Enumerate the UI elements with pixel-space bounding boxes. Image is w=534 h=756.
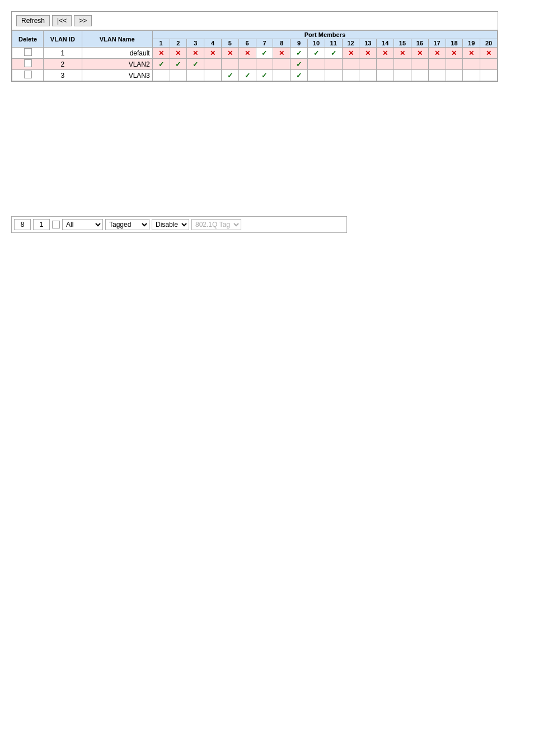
port-cell[interactable] — [273, 70, 291, 81]
port-cell[interactable]: ✕ — [446, 48, 463, 59]
port-cell[interactable] — [308, 59, 325, 70]
port-cell[interactable] — [308, 70, 325, 81]
delete-checkbox[interactable] — [24, 71, 32, 78]
port-cell[interactable] — [187, 70, 204, 81]
port-cell[interactable]: ✓ — [187, 59, 204, 70]
col-header-port-3: 3 — [187, 39, 204, 48]
prev-button[interactable]: |<< — [52, 15, 72, 26]
port-cell[interactable] — [256, 59, 273, 70]
vlan-name-cell: VLAN2 — [82, 59, 152, 70]
delete-checkbox-cell — [12, 70, 44, 81]
port-cell[interactable] — [359, 59, 377, 70]
port-cell[interactable] — [170, 70, 187, 81]
vlan-id-field: 1 — [33, 219, 50, 230]
dot1q-select[interactable]: 802.1Q TagNone — [191, 219, 241, 230]
refresh-button[interactable]: Refresh — [16, 15, 50, 26]
vlan-id-cell: 1 — [44, 48, 82, 59]
port-cell[interactable]: ✓ — [291, 70, 308, 81]
port-cell[interactable] — [428, 70, 446, 81]
port-cell[interactable] — [377, 70, 394, 81]
port-cell[interactable]: ✕ — [411, 48, 428, 59]
col-header-port-14: 14 — [377, 39, 394, 48]
col-header-vlanname: VLAN Name — [82, 31, 152, 48]
port-cell[interactable] — [411, 70, 428, 81]
port-cell[interactable]: ✓ — [256, 70, 273, 81]
port-cell[interactable] — [204, 59, 222, 70]
port-cell[interactable]: ✓ — [221, 70, 238, 81]
bottom-checkbox[interactable] — [52, 221, 60, 228]
port-cell[interactable]: ✕ — [377, 48, 394, 59]
port-cell[interactable]: ✕ — [480, 48, 498, 59]
port-cell[interactable]: ✕ — [187, 48, 204, 59]
port-cell[interactable] — [394, 70, 411, 81]
port-cell[interactable]: ✕ — [204, 48, 222, 59]
port-cell[interactable]: ✕ — [394, 48, 411, 59]
col-header-port-5: 5 — [221, 39, 238, 48]
port-cell[interactable]: ✓ — [291, 59, 308, 70]
port-cell[interactable] — [480, 59, 498, 70]
port-cell[interactable] — [446, 70, 463, 81]
port-cell[interactable]: ✕ — [273, 48, 291, 59]
port-cell[interactable] — [446, 59, 463, 70]
port-cell[interactable]: ✓ — [256, 48, 273, 59]
vlan-tbody: 1default✕✕✕✕✕✕✓✕✓✓✓✕✕✕✕✕✕✕✕✕2VLAN2✓✓✓✓3V… — [12, 48, 498, 81]
col-header-vlanid: VLAN ID — [44, 31, 82, 48]
col-header-port-6: 6 — [238, 39, 256, 48]
tagged-select[interactable]: TaggedUntagged — [105, 219, 149, 230]
vlan-name-cell: default — [82, 48, 152, 59]
toolbar: Refresh |<< >> — [12, 12, 498, 30]
port-cell[interactable] — [325, 70, 342, 81]
bottom-row: 8 1 AllSelected TaggedUntagged DisableEn… — [11, 216, 347, 233]
port-cell[interactable]: ✓ — [238, 70, 256, 81]
table-row: 3VLAN3✓✓✓✓ — [12, 70, 498, 81]
col-header-port-20: 20 — [480, 39, 498, 48]
port-cell[interactable]: ✕ — [428, 48, 446, 59]
col-header-port-7: 7 — [256, 39, 273, 48]
port-cell[interactable]: ✕ — [463, 48, 480, 59]
col-header-port-8: 8 — [273, 39, 291, 48]
port-cell[interactable] — [238, 59, 256, 70]
port-cell[interactable]: ✕ — [359, 48, 377, 59]
port-cell[interactable] — [377, 59, 394, 70]
delete-checkbox-cell — [12, 59, 44, 70]
delete-checkbox[interactable] — [24, 59, 32, 67]
port-cell[interactable] — [463, 70, 480, 81]
ingress-select[interactable]: DisableEnable — [152, 219, 189, 230]
col-header-port-4: 4 — [204, 39, 222, 48]
col-header-delete: Delete — [12, 31, 44, 48]
port-cell[interactable]: ✕ — [152, 48, 170, 59]
port-cell[interactable] — [428, 59, 446, 70]
port-cell[interactable]: ✓ — [170, 59, 187, 70]
port-cell[interactable] — [152, 70, 170, 81]
port-cell[interactable]: ✕ — [342, 48, 359, 59]
vlan-section: Refresh |<< >> Delete VLAN ID VLAN Name … — [11, 11, 498, 82]
port-cell[interactable]: ✓ — [308, 48, 325, 59]
join-select[interactable]: AllSelected — [62, 219, 103, 230]
port-cell[interactable] — [204, 70, 222, 81]
next-button[interactable]: >> — [74, 15, 92, 26]
port-cell[interactable] — [342, 59, 359, 70]
port-cell[interactable] — [463, 59, 480, 70]
port-cell[interactable] — [411, 59, 428, 70]
port-cell[interactable] — [342, 70, 359, 81]
port-cell[interactable]: ✕ — [170, 48, 187, 59]
delete-checkbox[interactable] — [24, 48, 32, 56]
table-row: 2VLAN2✓✓✓✓ — [12, 59, 498, 70]
col-header-port-15: 15 — [394, 39, 411, 48]
port-cell[interactable] — [221, 59, 238, 70]
port-cell[interactable]: ✓ — [325, 48, 342, 59]
port-cell[interactable] — [480, 70, 498, 81]
port-cell[interactable] — [394, 59, 411, 70]
port-cell[interactable]: ✕ — [238, 48, 256, 59]
col-header-port-10: 10 — [308, 39, 325, 48]
port-cell[interactable] — [325, 59, 342, 70]
port-field: 8 — [14, 219, 31, 230]
col-header-port-17: 17 — [428, 39, 446, 48]
port-cell[interactable]: ✓ — [291, 48, 308, 59]
port-cell[interactable]: ✕ — [221, 48, 238, 59]
port-cell[interactable]: ✓ — [152, 59, 170, 70]
col-header-port-16: 16 — [411, 39, 428, 48]
col-header-port-19: 19 — [463, 39, 480, 48]
port-cell[interactable] — [359, 70, 377, 81]
port-cell[interactable] — [273, 59, 291, 70]
